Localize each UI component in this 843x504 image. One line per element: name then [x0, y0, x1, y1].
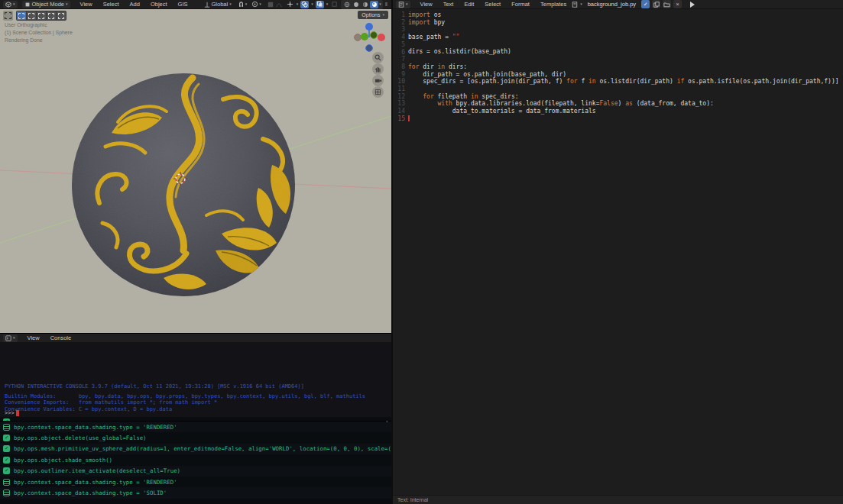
code-line[interactable]: data_to.materials = data_from.materials — [408, 108, 843, 115]
code-line[interactable] — [408, 26, 843, 34]
perspective-toggle-button[interactable] — [372, 86, 384, 98]
xray-icon — [316, 1, 323, 8]
new-text-button[interactable] — [652, 0, 660, 8]
console-body[interactable]: PYTHON INTERACTIVE CONSOLE 3.9.7 (defaul… — [0, 343, 391, 417]
axis-x-positive[interactable] — [378, 34, 385, 41]
select-mode-group — [16, 11, 66, 21]
select-subtract-icon — [38, 13, 44, 19]
viewport-menubar: ViewSelectAddObjectGIS — [75, 1, 193, 8]
viewport-canvas[interactable]: User Orthographic (1) Scene Collection |… — [0, 9, 391, 334]
code-line[interactable] — [408, 56, 843, 63]
editor-type-selector[interactable]: ▾ — [3, 334, 18, 342]
code-line[interactable]: spec_dirs = [os.path.join(dir_path, f) f… — [408, 78, 843, 86]
viewport-menu-view[interactable]: View — [75, 1, 98, 8]
code-line[interactable]: with bpy.data.libraries.load(filepath, l… — [408, 100, 843, 108]
scroll-indicator-icon[interactable]: ▾ — [385, 418, 388, 424]
region-grip[interactable]: ‖ — [385, 1, 388, 8]
falloff-icon — [276, 2, 282, 8]
shading-rendered-button[interactable] — [370, 1, 378, 8]
info-log-row[interactable]: bpy.context.space_data.shading.type = 'S… — [0, 487, 391, 498]
filename-label[interactable]: background_job.py — [585, 1, 639, 8]
info-log-row[interactable]: ✓bpy.ops.mesh.primitive_uv_sphere_add(ra… — [0, 444, 391, 454]
dyntopo-icon — [267, 2, 274, 8]
console-info-line: Convenience Variables: C = bpy.context, … — [5, 406, 365, 412]
console-menubar: ViewConsole — [22, 334, 77, 341]
code-lines[interactable]: import osimport bpybase_path = ""dirs = … — [408, 10, 843, 495]
proportional-editing-control[interactable]: ▾ — [251, 1, 261, 8]
editor-type-selector[interactable]: ▾ — [3, 1, 18, 8]
info-log-row[interactable]: ✓bpy.ops.object.delete(use_global=False) — [0, 432, 391, 443]
zoom-button[interactable] — [372, 52, 384, 63]
sync-check-button[interactable]: ✓ — [641, 0, 650, 8]
console-menu-console[interactable]: Console — [45, 334, 77, 341]
select-mode-invert[interactable] — [47, 11, 56, 20]
axis-x-negative[interactable] — [355, 34, 362, 41]
unlink-text-button[interactable]: × — [673, 0, 682, 8]
select-mode-subtract[interactable] — [37, 11, 46, 20]
axis-y-negative[interactable] — [371, 32, 378, 39]
show-overlays-toggle[interactable] — [300, 1, 309, 8]
open-text-button[interactable] — [663, 0, 671, 8]
code-line[interactable] — [408, 41, 843, 49]
shading-wireframe-button[interactable] — [342, 1, 351, 8]
code-line[interactable]: import os — [408, 11, 843, 19]
info-log-row[interactable]: bpy.context.space_data.shading.type = 'R… — [0, 422, 391, 432]
snapping-control[interactable]: ▾ — [238, 1, 248, 8]
operator-check-icon: ✓ — [3, 435, 10, 441]
hand-icon — [374, 66, 381, 73]
console-menu-view[interactable]: View — [22, 334, 45, 341]
editor-menu-select[interactable]: Select — [479, 1, 506, 8]
info-log-row[interactable]: ✓bpy.ops.object.shade_smooth() — [0, 454, 391, 465]
select-mode-set[interactable] — [17, 11, 26, 20]
proportional-editing-icon — [251, 1, 258, 8]
xray-toggle[interactable] — [316, 1, 324, 8]
editor-menu-text[interactable]: Text — [438, 1, 459, 8]
run-script-button[interactable] — [690, 2, 695, 8]
axis-y-positive[interactable] — [361, 33, 368, 40]
code-line[interactable]: dirs = os.listdir(base_path) — [408, 48, 843, 56]
transform-orientation-selector[interactable]: Global ▾ — [204, 1, 232, 8]
editor-menu-view[interactable]: View — [415, 1, 438, 8]
editor-menu-format[interactable]: Format — [506, 1, 535, 8]
shading-solid-button[interactable] — [352, 1, 360, 8]
viewport-menu-select[interactable]: Select — [98, 1, 125, 8]
code-line[interactable]: for filepath in spec_dirs: — [408, 93, 843, 101]
show-gizmo-toggle[interactable] — [286, 1, 294, 8]
options-dropdown[interactable]: Options ▾ — [358, 11, 388, 19]
line-number: 13 — [393, 100, 405, 108]
wireframe-icon — [344, 2, 350, 8]
editor-menu-templates[interactable]: Templates — [535, 1, 572, 8]
console-header: ▾ ViewConsole — [0, 334, 391, 343]
code-line[interactable]: dir_path = os.path.join(base_path, dir) — [408, 71, 843, 79]
axis-z-negative[interactable] — [366, 45, 373, 52]
status-bar: Text: Internal — [393, 495, 843, 504]
navigation-gizmo[interactable] — [352, 20, 387, 53]
code-line[interactable] — [408, 86, 843, 93]
chevron-down-icon: ▾ — [13, 336, 15, 340]
axis-z-positive[interactable] — [365, 23, 373, 31]
mode-label: Object Mode — [32, 1, 65, 8]
camera-view-button[interactable] — [372, 75, 384, 86]
code-line[interactable]: for dir in dirs: — [408, 63, 843, 71]
code-line[interactable]: base_path = "" — [408, 34, 843, 41]
line-number: 1 — [393, 11, 405, 19]
viewport-menu-add[interactable]: Add — [125, 1, 145, 8]
select-mode-intersect[interactable] — [57, 11, 66, 20]
editor-menu-edit[interactable]: Edit — [459, 1, 479, 8]
active-tool-button[interactable] — [3, 11, 13, 21]
select-mode-extend[interactable] — [27, 11, 36, 20]
text-editor-menubar: ViewTextEditSelectFormatTemplates — [415, 1, 572, 8]
folder-icon — [663, 2, 670, 8]
viewport-menu-object[interactable]: Object — [145, 1, 173, 8]
viewport-menu-gis[interactable]: GIS — [173, 1, 193, 8]
console-prompt[interactable]: >>> — [5, 410, 19, 416]
mode-selector[interactable]: Object Mode ▾ — [22, 1, 70, 8]
editor-type-selector[interactable]: ▾ — [396, 1, 410, 8]
shading-material-button[interactable] — [361, 1, 369, 8]
info-log-row[interactable]: ✓bpy.ops.outliner.item_activate(deselect… — [0, 466, 391, 477]
info-log-row[interactable]: bpy.context.space_data.shading.type = 'R… — [0, 477, 391, 487]
pan-button[interactable] — [372, 63, 384, 75]
code-line[interactable]: import bpy — [408, 19, 843, 27]
code-line[interactable] — [408, 115, 843, 123]
code-area[interactable]: 123456789101112131415 import osimport bp… — [393, 10, 843, 495]
